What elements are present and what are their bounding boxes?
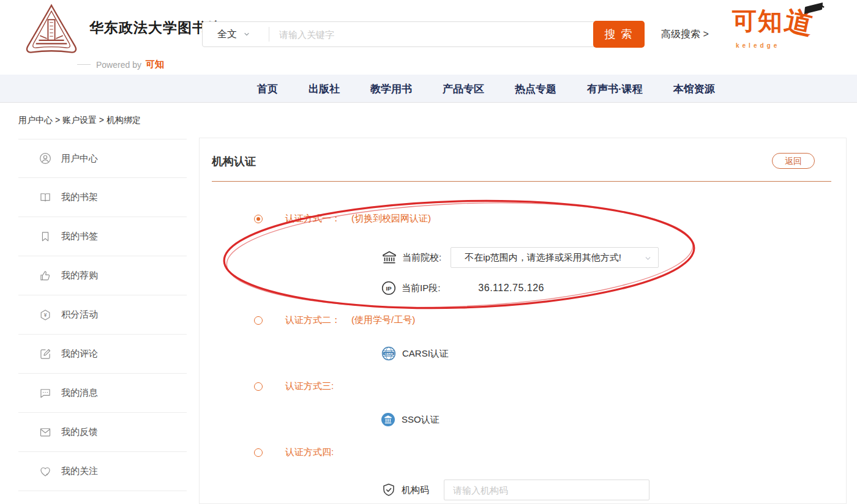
university-emblem-icon <box>22 4 81 56</box>
current-ip-label: 当前IP段: <box>402 283 440 294</box>
sidebar: 用户中心 我的书架 我的书签 我的荐购 ¥ 积分活动 <box>18 139 187 491</box>
school-select[interactable]: 不在ip范围内，请选择或采用其他方式! <box>451 247 659 268</box>
auth-method-4-row: 认证方式四: <box>254 447 334 458</box>
user-circle-icon <box>39 152 51 165</box>
nav-item-product-zone[interactable]: 产品专区 <box>443 82 484 96</box>
search-button[interactable]: 搜 索 <box>593 21 645 48</box>
sidebar-item-user-center[interactable]: 用户中心 <box>18 139 187 178</box>
auth-method-3-radio[interactable] <box>254 382 263 391</box>
sidebar-item-points-activity[interactable]: ¥ 积分活动 <box>18 295 187 335</box>
current-school-row: 当前院校: 不在ip范围内，请选择或采用其他方式! <box>382 247 659 268</box>
coin-hexagon-icon: ¥ <box>39 309 51 321</box>
nav-item-audiobooks-courses[interactable]: 有声书·课程 <box>587 82 643 96</box>
keledge-logo: 可知 道 keledge <box>732 7 842 66</box>
org-code-label: 机构码 <box>402 484 429 496</box>
sidebar-item-my-bookmarks[interactable]: 我的书签 <box>18 217 187 256</box>
main-nav: 首页 出版社 教学用书 产品专区 热点专题 有声书·课程 本馆资源 <box>0 75 857 103</box>
sidebar-item-my-follows[interactable]: 我的关注 <box>18 452 187 491</box>
sso-auth-label: SSO认证 <box>402 414 440 426</box>
advanced-search-link[interactable]: 高级搜索 > <box>661 28 709 41</box>
search-scope-dropdown[interactable]: 全文 <box>203 28 269 41</box>
current-ip-value: 36.112.75.126 <box>478 283 544 294</box>
sidebar-item-my-recommendations[interactable]: 我的荐购 <box>18 256 187 295</box>
sidebar-item-label: 我的关注 <box>61 465 98 477</box>
bookmark-icon <box>39 231 51 243</box>
sidebar-item-my-bookshelf[interactable]: 我的书架 <box>18 178 187 217</box>
heart-icon <box>39 465 51 478</box>
current-ip-row: IP 当前IP段: 36.112.75.126 <box>381 281 544 295</box>
carsi-auth-link[interactable]: CARSI CARSI认证 <box>381 346 449 361</box>
powered-by-text: Powered by <box>96 60 141 70</box>
svg-text:¥: ¥ <box>44 312 47 318</box>
auth-method-3-label: 认证方式三: <box>285 380 334 392</box>
chevron-down-icon <box>644 254 652 262</box>
sidebar-item-my-feedback[interactable]: 我的反馈 <box>18 413 187 452</box>
sidebar-item-label: 我的反馈 <box>61 426 98 438</box>
auth-method-1-radio[interactable] <box>254 215 263 223</box>
carsi-globe-icon: CARSI <box>381 346 396 361</box>
breadcrumb: 用户中心 > 账户设置 > 机构绑定 <box>18 115 141 126</box>
org-code-row: 机构码 <box>381 480 649 500</box>
sidebar-item-label: 我的书架 <box>61 191 98 203</box>
svg-text:CARSI: CARSI <box>384 352 393 355</box>
nav-item-library-resources[interactable]: 本馆资源 <box>673 82 715 96</box>
keledge-logo-chars: 可知 <box>732 7 784 34</box>
sidebar-item-my-comments[interactable]: 我的评论 <box>18 335 187 374</box>
nav-item-publishers[interactable]: 出版社 <box>309 82 340 96</box>
search-bar: 全文 搜 索 <box>202 21 645 47</box>
bank-building-icon <box>382 250 397 265</box>
powered-by: Powered by 可知 <box>77 59 164 70</box>
auth-method-4-label: 认证方式四: <box>285 447 334 458</box>
chat-bubble-icon <box>39 387 51 399</box>
chevron-down-icon <box>243 31 250 38</box>
sidebar-item-label: 积分活动 <box>61 309 98 321</box>
auth-method-2-note: (使用学号/工号) <box>351 314 415 326</box>
sso-auth-link[interactable]: SSO认证 <box>381 412 440 427</box>
institution-auth-panel: 机构认证 返回 认证方式一： (切换到校园网认证) 当前院校: 不在ip范围内，… <box>199 138 847 504</box>
keledge-logo-sub: keledge <box>736 42 842 49</box>
current-school-label: 当前院校: <box>402 252 441 264</box>
carsi-auth-label: CARSI认证 <box>402 348 449 360</box>
page-title: 机构认证 <box>212 154 256 169</box>
powered-by-dash <box>77 64 91 65</box>
sidebar-item-label: 我的荐购 <box>61 270 98 281</box>
sso-bank-icon <box>381 412 395 427</box>
auth-method-2-radio[interactable] <box>254 316 263 325</box>
open-book-icon <box>39 191 51 204</box>
auth-method-1-row: 认证方式一： (切换到校园网认证) <box>254 213 431 224</box>
sidebar-item-label: 我的评论 <box>61 348 98 360</box>
auth-method-4-radio[interactable] <box>254 448 263 457</box>
search-scope-value: 全文 <box>217 28 237 41</box>
ip-icon: IP <box>381 281 396 295</box>
sidebar-item-label: 用户中心 <box>61 153 98 165</box>
powered-by-brand[interactable]: 可知 <box>146 59 164 70</box>
search-input[interactable] <box>269 22 644 46</box>
sidebar-item-my-messages[interactable]: 我的消息 <box>18 374 187 413</box>
thumbs-up-icon <box>39 270 51 282</box>
auth-method-1-note[interactable]: (切换到校园网认证) <box>351 213 431 224</box>
org-code-input[interactable] <box>444 480 649 500</box>
envelope-icon <box>39 426 51 439</box>
sidebar-item-label: 我的书签 <box>61 231 98 242</box>
school-select-value: 不在ip范围内，请选择或采用其他方式! <box>451 248 658 267</box>
auth-method-2-row: 认证方式二： (使用学号/工号) <box>254 314 415 326</box>
auth-method-3-row: 认证方式三: <box>254 380 334 392</box>
sidebar-item-label: 我的消息 <box>61 387 98 399</box>
page: 华东政法大学图书馆 Powered by 可知 全文 搜 索 高级搜索 > 可知… <box>0 0 857 504</box>
edit-icon <box>39 348 51 360</box>
svg-text:IP: IP <box>386 285 392 292</box>
header: 华东政法大学图书馆 Powered by 可知 全文 搜 索 高级搜索 > 可知… <box>0 0 857 75</box>
nav-item-hot-topics[interactable]: 热点专题 <box>515 82 556 96</box>
nav-item-textbooks[interactable]: 教学用书 <box>370 82 412 96</box>
back-button[interactable]: 返回 <box>772 153 815 169</box>
nav-item-home[interactable]: 首页 <box>257 82 278 96</box>
shield-check-icon <box>381 483 396 497</box>
auth-method-1-label: 认证方式一： <box>285 213 340 224</box>
title-divider <box>212 181 831 182</box>
auth-method-2-label: 认证方式二： <box>285 314 340 326</box>
